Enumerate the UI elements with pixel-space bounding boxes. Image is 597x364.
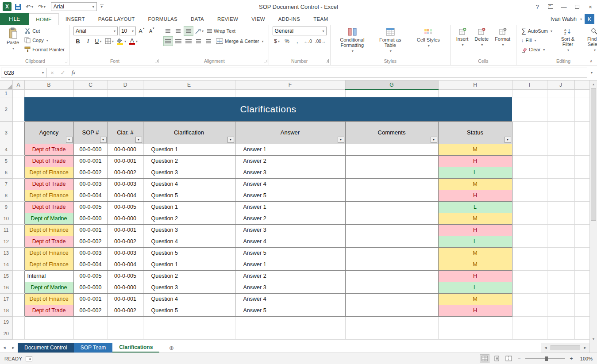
cell-D6[interactable]: 00-0-002 [108,167,143,178]
cell-C13[interactable]: 00-0-003 [73,247,108,259]
cell-F9[interactable]: Answer 1 [235,201,345,213]
cell-I4[interactable] [512,144,547,155]
cell-J13[interactable] [547,247,574,259]
cell-G15[interactable] [345,270,438,282]
excel-logo-icon[interactable]: X [3,2,12,11]
undo-button[interactable]: ↶▾ [24,3,35,11]
cell-D1[interactable] [108,89,143,97]
cell-G12[interactable] [345,236,438,247]
cell-J14[interactable] [547,259,574,270]
cell-F13[interactable]: Answer 5 [235,247,345,259]
cell-A11[interactable] [12,224,24,236]
cell-F11[interactable]: Answer 3 [235,224,345,236]
cell-D8[interactable]: 00-0-004 [108,190,143,201]
cell-J5[interactable] [547,155,574,167]
cell-J20[interactable] [547,328,574,339]
ribbon-tab-view[interactable]: VIEW [245,13,272,25]
scroll-down-button[interactable]: ▼ [590,335,597,343]
zoom-in-button[interactable]: + [568,356,574,362]
vertical-scrollbar[interactable]: ▲ ▼ [589,80,597,343]
row-header-11[interactable]: 11 [0,224,12,236]
cell-G19[interactable] [345,316,438,328]
row-header-2[interactable]: 2 [0,97,12,121]
zoom-level[interactable]: 100% [578,356,593,361]
font-size-select[interactable]: 10▾ [119,27,136,35]
table-header-sop[interactable]: SOP #▼ [73,121,108,144]
zoom-slider-thumb[interactable] [545,356,548,361]
fill-color-button[interactable]: ▾ [116,37,127,46]
cell-C5[interactable]: 00-0-001 [73,155,108,167]
cell-G7[interactable] [345,178,438,190]
cell-I14[interactable] [512,259,547,270]
column-header-I[interactable]: I [512,80,547,89]
merge-center-button[interactable]: Merge & Center ▾ [215,37,265,46]
cell-G20[interactable] [345,328,438,339]
cell-C1[interactable] [73,89,108,97]
borders-button[interactable]: ▾ [104,37,115,46]
page-break-preview-button[interactable] [504,355,513,363]
accounting-format-button[interactable]: $▾ [273,37,281,46]
row-header-6[interactable]: 6 [0,167,12,178]
close-button[interactable]: × [584,0,597,13]
cell-H4[interactable]: M [438,144,512,155]
column-header-E[interactable]: E [143,80,235,89]
cell-A13[interactable] [12,247,24,259]
cell-D14[interactable]: 00-0-004 [108,259,143,270]
cell-H10[interactable]: M [438,213,512,224]
cell-J8[interactable] [547,190,574,201]
cell-I8[interactable] [512,190,547,201]
comma-style-button[interactable]: , [293,37,302,46]
format-painter-button[interactable]: Format Painter [23,45,66,54]
cell-J7[interactable] [547,178,574,190]
cut-button[interactable]: Cut [23,27,66,35]
filter-button[interactable]: ▼ [66,137,73,143]
cell-B13[interactable]: Dept of Finance [24,247,73,259]
cell-G4[interactable] [345,144,438,155]
cell-B6[interactable]: Dept of Finance [24,167,73,178]
filter-button[interactable]: ▼ [505,137,511,143]
filter-button[interactable]: ▼ [431,137,437,143]
cell-C14[interactable]: 00-0-004 [73,259,108,270]
cell-F7[interactable]: Answer 4 [235,178,345,190]
cell-A3[interactable] [12,121,24,144]
cell-I18[interactable] [512,305,547,316]
middle-align-button[interactable] [174,27,183,35]
cell-F4[interactable]: Answer 1 [235,144,345,155]
cell-I6[interactable] [512,167,547,178]
cell-H1[interactable] [438,89,512,97]
orientation-button[interactable]: ▾ [194,27,204,35]
cell-A20[interactable] [12,328,24,339]
decrease-indent-button[interactable] [194,37,203,46]
cell-C8[interactable]: 00-0-004 [73,190,108,201]
cell-B14[interactable]: Dept of Finance [24,259,73,270]
cell-E12[interactable]: Question 4 [143,236,235,247]
cell-F17[interactable]: Answer 4 [235,293,345,305]
filter-button[interactable]: ▼ [135,137,142,143]
row-header-12[interactable]: 12 [0,236,12,247]
cell-E13[interactable]: Question 5 [143,247,235,259]
cell-D15[interactable]: 00-0-005 [108,270,143,282]
row-header-17[interactable]: 17 [0,293,12,305]
zoom-out-button[interactable]: − [516,356,522,362]
cell-F14[interactable]: Answer 1 [235,259,345,270]
cell-C7[interactable]: 00-0-003 [73,178,108,190]
cell-A18[interactable] [12,305,24,316]
cell-E18[interactable]: Question 5 [143,305,235,316]
cell-E10[interactable]: Question 2 [143,213,235,224]
cell-F19[interactable] [235,316,345,328]
cell-E16[interactable]: Question 3 [143,282,235,293]
cell-H7[interactable]: M [438,178,512,190]
column-header-F[interactable]: F [235,80,345,89]
cell-I13[interactable] [512,247,547,259]
cell-G9[interactable] [345,201,438,213]
cell-D17[interactable]: 00-0-001 [108,293,143,305]
row-header-5[interactable]: 5 [0,155,12,167]
cell-J2[interactable] [547,97,574,121]
cell-J9[interactable] [547,201,574,213]
cell-I1[interactable] [512,89,547,97]
cell-H11[interactable]: H [438,224,512,236]
cell-J10[interactable] [547,213,574,224]
column-header-J[interactable]: J [547,80,574,89]
cell-A9[interactable] [12,201,24,213]
cell-E1[interactable] [143,89,235,97]
